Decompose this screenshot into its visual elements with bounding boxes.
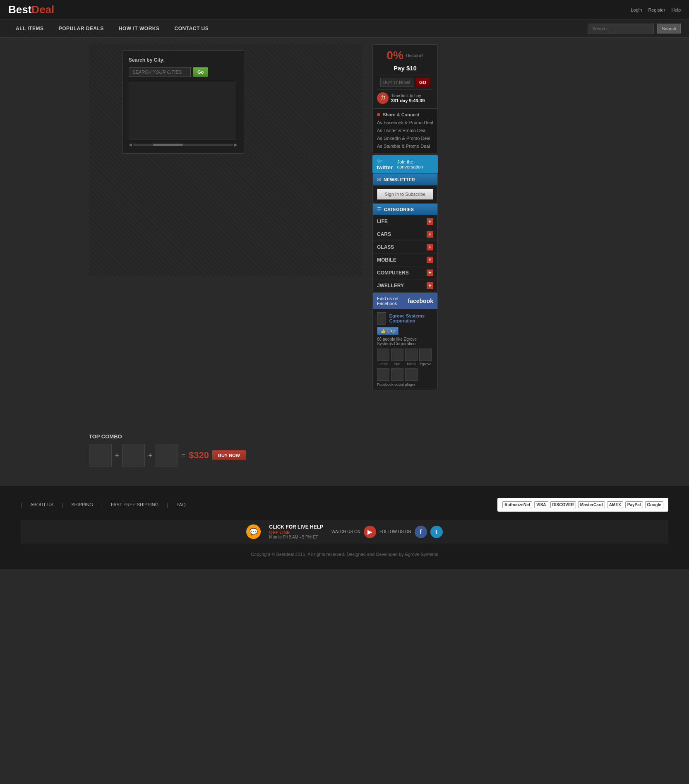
newsletter-header-text: NEWSLETTER	[384, 177, 415, 182]
category-cars-label: CARS	[377, 231, 391, 237]
nav-contact-us[interactable]: CONTACT US	[167, 20, 216, 37]
fb-avatar-jenni-name: Jenni	[379, 362, 388, 366]
page-wrapper: BestDeal Login Register Help ALL ITEMS P…	[0, 0, 689, 569]
category-jwellery[interactable]: JWELLERY +	[373, 279, 437, 292]
clock-icon: ⏱	[380, 95, 386, 101]
category-life-label: LIFE	[377, 219, 388, 224]
deal-buy-button[interactable]: BUY NOW	[212, 450, 246, 460]
logo[interactable]: BestDeal	[8, 3, 54, 16]
fb-company-name[interactable]: Egrove Systems Corporation	[389, 313, 433, 323]
deal-plus-1: +	[115, 452, 119, 459]
category-mobile-label: MOBILE	[377, 257, 396, 263]
category-computers-plus: +	[427, 269, 433, 276]
share-twitter[interactable]: As Twitter & Promo Deal	[377, 127, 433, 134]
facebook-social-button[interactable]: f	[415, 526, 427, 538]
share-facebook[interactable]: As Facebook & Promo Deal	[377, 119, 433, 126]
category-jwellery-plus: +	[427, 282, 433, 289]
support-hours: Mon to Fri 9 AM - 5 PM ET	[269, 535, 323, 539]
facebook-logo-icon: facebook	[408, 298, 433, 304]
payment-authorizenet: AuthorizeNet	[502, 501, 532, 508]
newsletter-header: ✉ NEWSLETTER	[373, 174, 437, 185]
fb-avatar-jenni	[377, 349, 389, 361]
deal-item-2	[122, 444, 145, 467]
nav-how-it-works[interactable]: HOW IT WORKS	[111, 20, 167, 37]
category-cars[interactable]: CARS +	[373, 228, 437, 241]
search-button[interactable]: Search	[657, 24, 681, 34]
twitter-join-text[interactable]: Join the conversation	[397, 159, 434, 169]
search-input[interactable]	[588, 24, 654, 34]
newsletter-subscribe-button[interactable]: Sign In to Subscribe	[377, 189, 433, 200]
category-computers[interactable]: COMPUTERS +	[373, 267, 437, 279]
newsletter-icon: ✉	[377, 177, 381, 183]
timer-value: 331 day 9:43:39	[391, 98, 425, 103]
nav-all-items[interactable]: ALL ITEMS	[8, 20, 51, 37]
payment-amex: AMEX	[607, 501, 623, 508]
deal-item-3	[156, 444, 178, 467]
scroll-left-arrow[interactable]: ◀	[129, 142, 132, 147]
facebook-header: Find us on Facebook facebook	[373, 293, 437, 309]
fb-company-info: Egrove Systems Corporation	[389, 313, 433, 323]
payment-visa: VISA	[534, 501, 548, 508]
footer-payment-icons: AuthorizeNet VISA DISCOVER MasterCard AM…	[497, 498, 668, 512]
city-search-input[interactable]	[129, 67, 191, 77]
share-stumble[interactable]: As Stumble & Promo Deal	[377, 143, 433, 149]
footer-top: | ABOUT US | SHIPPING | FAST FREE SHIPPI…	[8, 494, 681, 516]
footer-faq[interactable]: FAQ	[176, 502, 185, 508]
follow-label: FOLLOW US ON	[379, 529, 411, 534]
logo-best: Best	[8, 3, 31, 16]
header: BestDeal Login Register Help	[0, 0, 689, 20]
deal-item-1	[89, 444, 112, 467]
fb-avatar-row2-3	[405, 368, 418, 381]
content-overlay: Search by City: Go ◀ ▶	[89, 44, 362, 276]
share-section-label: Share & Connect	[383, 112, 420, 117]
share-linkedin[interactable]: As LinkedIn & Promo Deal	[377, 135, 433, 142]
category-mobile[interactable]: MOBILE +	[373, 254, 437, 267]
nav-search: Search	[588, 24, 681, 34]
fb-company-icon	[377, 312, 386, 325]
timer-icon: ⏱	[377, 92, 389, 104]
deal-pay-row: Pay $10	[377, 65, 433, 72]
city-search-row: Go	[129, 67, 238, 77]
fb-avatar-egrove-col: Egrove	[419, 349, 432, 366]
twitter-social-button[interactable]: t	[430, 526, 443, 538]
scroll-right-arrow[interactable]: ▶	[234, 142, 238, 147]
header-login[interactable]: Login	[631, 7, 642, 12]
footer-about-us[interactable]: ABOUT US	[30, 502, 53, 508]
category-cars-plus: +	[427, 231, 433, 238]
category-glass[interactable]: GLASS +	[373, 241, 437, 254]
scroll-track[interactable]	[133, 144, 233, 146]
deal-box-header: 0% Discount	[377, 49, 433, 62]
deal-divider-2	[377, 89, 433, 90]
fb-like-button[interactable]: 👍 Like	[377, 327, 399, 335]
city-search-modal: Search by City: Go ◀ ▶	[122, 51, 244, 154]
city-search-button[interactable]: Go	[193, 67, 208, 77]
deal-box: 0% Discount Pay $10 GO ⏱	[372, 44, 438, 108]
category-mobile-plus: +	[427, 257, 433, 263]
deal-off-label: Discount	[406, 53, 424, 58]
footer-fast-shipping[interactable]: FAST FREE SHIPPING	[111, 502, 158, 508]
timer-label: Time limit to buy	[391, 94, 425, 98]
payment-mastercard: MasterCard	[578, 501, 605, 508]
categories-header-text: CATEGORIES	[384, 207, 414, 212]
fb-avatar-row2-1	[377, 368, 389, 381]
fb-company-row: Egrove Systems Corporation	[377, 312, 433, 325]
deal-percent: 0%	[387, 49, 403, 62]
header-register[interactable]: Register	[648, 7, 665, 12]
category-jwellery-label: JWELLERY	[377, 283, 404, 289]
header-help[interactable]: Help	[671, 7, 681, 12]
share-dot-icon	[377, 113, 380, 116]
deal-plus-2: +	[148, 452, 152, 459]
category-glass-label: GLASS	[377, 244, 394, 250]
deal-buy-input[interactable]	[380, 78, 413, 87]
twitter-section[interactable]: 🐦 twitter Join the conversation	[372, 155, 438, 173]
footer-shipping[interactable]: SHIPPING	[71, 502, 93, 508]
deal-go-button[interactable]: GO	[415, 78, 430, 87]
nav-popular-deals[interactable]: POPULAR DEALS	[51, 20, 111, 37]
fb-plugin-text[interactable]: Facebook social plugin	[377, 382, 433, 387]
youtube-button[interactable]: ▶	[364, 526, 376, 538]
fb-avatar-egrove-name: Egrove	[420, 362, 432, 366]
category-life[interactable]: LIFE +	[373, 215, 437, 228]
deal-buy-row: GO	[377, 78, 433, 87]
deal-section: TOP COMBO + + = $320 BUY NOW	[89, 429, 364, 471]
timer-row: ⏱ Time limit to buy 331 day 9:43:39	[377, 92, 433, 104]
